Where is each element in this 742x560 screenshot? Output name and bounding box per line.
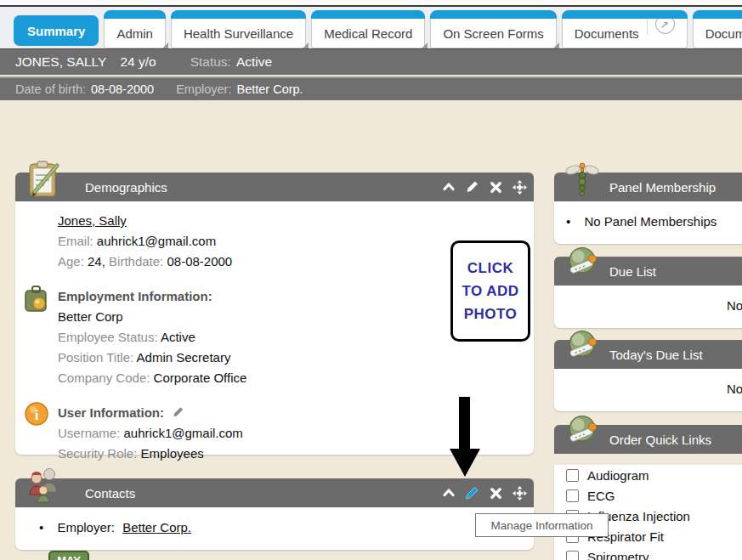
quick-link-row: Audiogram bbox=[554, 465, 742, 485]
photo-line: TO ADD bbox=[462, 280, 518, 303]
close-icon[interactable] bbox=[489, 180, 503, 195]
close-icon[interactable] bbox=[489, 486, 503, 501]
todays-due-list-body: No bbox=[554, 369, 742, 411]
tab-admin[interactable]: Admin bbox=[104, 11, 166, 48]
empty-text: No Panel Memberships bbox=[584, 214, 717, 229]
field-label: Position Title: bbox=[58, 350, 133, 365]
checkbox-label: Audiogram bbox=[587, 468, 649, 483]
demographics-header: Demographics bbox=[15, 173, 534, 201]
contacts-body: • Employer: Better Corp. bbox=[15, 507, 534, 550]
employer-label: Employer: bbox=[176, 82, 231, 96]
age-label: Age: bbox=[58, 254, 84, 269]
app-window: Summary Admin Health Surveillance Medica… bbox=[0, 0, 742, 560]
checkbox-label: Spirometry bbox=[587, 550, 649, 560]
clipboard-icon bbox=[22, 158, 65, 201]
external-link-icon[interactable]: ↗ bbox=[655, 14, 675, 34]
status-label: Status: bbox=[190, 54, 231, 70]
email-value: auhrick1@gmail.com bbox=[97, 234, 216, 248]
thermometer-bundle-icon bbox=[563, 327, 602, 366]
due-list-body: No bbox=[554, 286, 742, 328]
panel-title: Today's Due List bbox=[609, 348, 703, 362]
panel-title: Order Quick Links bbox=[609, 433, 711, 447]
todays-due-list-header: Today's Due List bbox=[554, 340, 742, 369]
annotation-arrow-head bbox=[450, 449, 480, 477]
checkbox-label: ECG bbox=[587, 489, 615, 503]
due-list-header: Due List bbox=[554, 257, 742, 286]
field-value: Admin Secretary bbox=[137, 350, 231, 365]
patient-age: 24 y/o bbox=[120, 54, 156, 70]
order-quick-links-body: Audiogram ECG Influenza Injection Respir… bbox=[554, 465, 742, 560]
contacts-panel: Contacts • Employer: Better C bbox=[15, 478, 534, 550]
add-photo-button[interactable]: CLICK TO ADD PHOTO bbox=[450, 240, 530, 342]
contact-employer-label: Employer: bbox=[57, 520, 115, 535]
panel-title: Panel Membership bbox=[609, 180, 716, 195]
due-list-panel: Due List No bbox=[554, 257, 742, 328]
tab-label: On Screen Forms bbox=[443, 26, 543, 41]
tab-bar: Summary Admin Health Surveillance Medica… bbox=[0, 7, 742, 48]
dob-label: Date of birth: bbox=[15, 82, 86, 96]
field-label: Company Code: bbox=[58, 371, 150, 385]
tab-health-surveillance[interactable]: Health Surveillance bbox=[171, 11, 306, 48]
panel-title: Contacts bbox=[85, 486, 135, 501]
age-value: 24, bbox=[88, 254, 105, 269]
edit-pencil-icon[interactable] bbox=[465, 180, 479, 195]
empty-list-item: • No Panel Memberships bbox=[554, 201, 742, 229]
tab-label: Admin bbox=[116, 26, 153, 41]
thermometer-bundle-icon bbox=[563, 244, 602, 283]
email-label: Email: bbox=[58, 234, 93, 248]
contact-employer-link[interactable]: Better Corp. bbox=[122, 520, 191, 535]
manage-information-tooltip: Manage Information bbox=[475, 513, 609, 537]
tab-summary[interactable]: Summary bbox=[14, 15, 99, 46]
collapse-icon[interactable] bbox=[441, 180, 456, 195]
field-value: Active bbox=[161, 330, 195, 344]
bullet: • bbox=[39, 520, 43, 535]
panel-title: Demographics bbox=[85, 180, 167, 195]
photo-line: CLICK bbox=[467, 257, 513, 280]
todays-due-list-panel: Today's Due List No bbox=[554, 340, 742, 411]
collapse-icon[interactable] bbox=[441, 486, 456, 501]
panel-controls bbox=[441, 173, 527, 201]
audiogram-checkbox[interactable] bbox=[566, 469, 579, 482]
demographics-body: Jones, Sally Email: auhrick1@gmail.com A… bbox=[15, 201, 534, 455]
contact-list-item: • Employer: Better Corp. bbox=[15, 507, 534, 535]
caduceus-icon bbox=[563, 160, 602, 199]
edit-pencil-icon-hovered[interactable] bbox=[465, 486, 479, 501]
edit-user-pencil-icon[interactable] bbox=[173, 406, 184, 418]
contacts-header: Contacts bbox=[15, 478, 534, 507]
move-icon[interactable] bbox=[513, 180, 527, 195]
field-label: Username: bbox=[58, 426, 120, 440]
patient-summary-bar: JONES, SALLY 24 y/o Status: Active bbox=[0, 48, 742, 75]
spirometry-checkbox[interactable] bbox=[566, 551, 579, 560]
move-icon[interactable] bbox=[513, 486, 527, 501]
birthdate-label: Birthdate: bbox=[109, 254, 163, 269]
tab-divider bbox=[647, 13, 648, 35]
briefcase-icon bbox=[24, 285, 49, 315]
quick-link-row: ECG bbox=[554, 485, 742, 506]
panel-controls bbox=[441, 478, 527, 507]
field-value: Corporate Office bbox=[154, 371, 247, 385]
tab-label: Documents bbox=[575, 26, 639, 41]
photo-line: PHOTO bbox=[464, 303, 518, 325]
tab-medical-record[interactable]: Medical Record bbox=[311, 11, 425, 48]
birthdate-value: 08-08-2000 bbox=[167, 254, 232, 269]
tab-label: Documents-DV bbox=[705, 26, 742, 41]
field-label: Security Role: bbox=[58, 446, 137, 461]
family-icon bbox=[22, 464, 65, 506]
ecg-checkbox[interactable] bbox=[566, 489, 579, 502]
tab-label: Summary bbox=[27, 24, 85, 38]
tab-on-screen-forms[interactable]: On Screen Forms bbox=[430, 11, 556, 48]
demographics-panel: Demographics Jones, Sally Email: bbox=[15, 173, 534, 455]
tab-documents[interactable]: Documents ↗ bbox=[562, 11, 688, 48]
calendar-month-icon: MAY bbox=[48, 551, 89, 560]
clipped-text: No bbox=[727, 382, 742, 396]
tab-label: Medical Record bbox=[324, 26, 412, 41]
field-value: auhrick1@gmail.com bbox=[124, 426, 243, 440]
patient-name-link[interactable]: Jones, Sally bbox=[58, 213, 127, 228]
thermometer-bundle-icon bbox=[563, 412, 602, 451]
clipped-text: No bbox=[727, 298, 742, 313]
panel-membership-panel: Panel Membership • No Panel Memberships bbox=[554, 173, 742, 244]
employer-value: Better Corp. bbox=[236, 82, 303, 96]
tab-documents-dv[interactable]: Documents-DV ↗ bbox=[693, 11, 742, 48]
field-label: Employee Status: bbox=[58, 330, 158, 344]
svg-text:i: i bbox=[35, 407, 39, 423]
